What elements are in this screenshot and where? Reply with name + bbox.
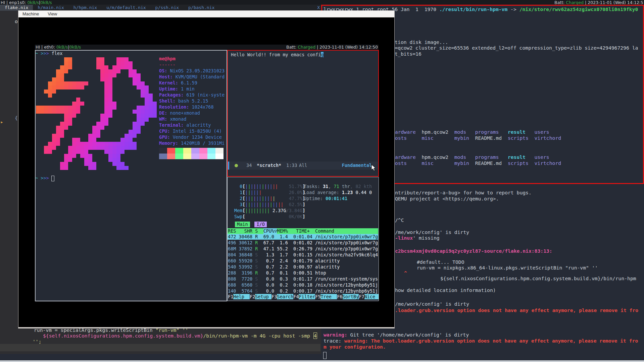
terminal-line: c2bcsm4xmj0vd0capi9q2yc0yzl87-source/fla… bbox=[395, 248, 552, 254]
emacs-modeline: flake.nix 84,96-104 75% bbox=[0, 344, 320, 351]
htop-meter: Mem[||||||||| 2.37G/3.84G] bbox=[234, 208, 305, 214]
modeline-accent-bar bbox=[228, 162, 229, 170]
terminal-line: QEMU project at <https://qemu.org>. bbox=[395, 196, 499, 201]
htop-tasks-line: Load average: 1.23 0.44 0 bbox=[304, 190, 372, 195]
terminal-line: hosts misc mybin README.md scripts virtc… bbox=[392, 135, 561, 141]
terminal-line: hardware hpm.qcow2 mods programs result … bbox=[392, 129, 549, 135]
terminal-line: /^C bbox=[395, 217, 404, 223]
tab-item[interactable]: h/main.nix bbox=[33, 5, 68, 11]
process-row[interactable]: 472 30468 R 69.0 1.4 0:01.04 /nix/store/… bbox=[228, 234, 378, 240]
palette-swatch bbox=[175, 154, 183, 159]
palette-swatch bbox=[207, 148, 215, 154]
vm-htop-window[interactable]: 0[|||||||||||| 51.7%] 1[|||||| 26.0%] 2[… bbox=[227, 177, 379, 301]
terminal-line: how detailed location information) bbox=[395, 287, 496, 293]
terminal-line: run-vm = nixpkgs.x86_64-linux.pkgs.write… bbox=[417, 265, 598, 270]
terminal-line: ~ >>> flex bbox=[35, 51, 62, 56]
tab-item[interactable]: u/m/default.nix bbox=[102, 5, 150, 11]
process-row[interactable]: 68M 37892 R 47.1 55.2 0:26.79 /nix/store… bbox=[228, 246, 378, 252]
fkey-f2[interactable]: F2 bbox=[250, 294, 255, 299]
palette-swatch bbox=[167, 154, 175, 159]
neofetch-line: Resolution: 1024x768 bbox=[159, 104, 214, 110]
fkey-f1[interactable]: F1 bbox=[228, 294, 233, 299]
tab-item[interactable]: h/hpm.nix bbox=[69, 5, 102, 11]
tab-item[interactable]: p/bash.nix bbox=[184, 5, 219, 11]
neofetch-line: Terminal: alacritty bbox=[159, 122, 211, 128]
process-row[interactable]: 540 53992 S 0.7 2.2 0:00.97 alacritty bbox=[228, 264, 340, 270]
nixos-logo bbox=[36, 57, 157, 170]
qemu-window[interactable]: MachineView HI | eth0: 0kB/s|0kB/s Batt:… bbox=[18, 10, 395, 328]
menu-item-view[interactable]: View bbox=[48, 11, 57, 16]
process-row[interactable]: 140 5764 S 0.0 0.2 0:00.17 /nix/store/12… bbox=[228, 288, 378, 294]
process-row[interactable]: 808 7720 S 0.0 0.3 0:01.17 /run/current-… bbox=[228, 276, 378, 282]
fkey-label[interactable]: Nice - bbox=[364, 294, 379, 299]
menu-item-machine[interactable]: Machine bbox=[22, 11, 39, 16]
fkey-label[interactable]: Search bbox=[277, 294, 293, 299]
neofetch-line: me@hpm bbox=[159, 56, 176, 62]
palette-swatch bbox=[183, 154, 191, 159]
tab-item[interactable]: p/ssh.nix bbox=[151, 5, 184, 11]
vm-status-bar: HI | eth0: 0kB/s|0kB/s Batt: Charged | 2… bbox=[35, 45, 379, 50]
neofetch-line: Kernel: 6.1.59 bbox=[159, 80, 197, 86]
buffer-mode: Fundamental bbox=[342, 163, 372, 168]
palette-swatch bbox=[159, 154, 167, 159]
palette-swatch bbox=[175, 148, 183, 154]
fkey-f3[interactable]: F3 bbox=[271, 294, 277, 299]
neofetch-line: Uptime: 1 min bbox=[159, 86, 195, 92]
tab-active[interactable]: flake.nix bbox=[0, 5, 33, 11]
terminal-line: /me/work/config' is dirty bbox=[395, 301, 469, 307]
palette-swatch bbox=[183, 148, 191, 154]
htop-function-key-bar: F1Help F2Setup F3SearchF4FilterF5Tree F6… bbox=[228, 294, 379, 299]
fkey-f5[interactable]: F5 bbox=[315, 294, 320, 299]
neofetch-line: Shell: bash 5.2.15 bbox=[159, 98, 208, 104]
process-row[interactable]: 496 30612 R 67.7 1.6 0:01.02 /nix/store/… bbox=[228, 240, 378, 246]
fkey-label[interactable]: Filter bbox=[299, 294, 315, 299]
terminal-line: hosts misc mybin README.md scripts virtc… bbox=[392, 160, 561, 166]
fkey-f7[interactable]: F7 bbox=[359, 294, 364, 299]
fkey-label[interactable]: Tree bbox=[320, 294, 337, 299]
vm-emacs-modeline: 34 *scratch* 1:33 All Fundamental bbox=[228, 162, 378, 170]
vm-terminal-window[interactable]: ~ >>> flex~ >>>me@hpm------OS: NixOS 23.… bbox=[35, 50, 227, 301]
buffer-glyph: ▸ bbox=[0, 119, 3, 125]
palette-swatch bbox=[215, 154, 224, 159]
qemu-menu-bar: MachineView bbox=[18, 11, 394, 17]
fkey-f4[interactable]: F4 bbox=[293, 294, 299, 299]
terminal-line: -linux' missing bbox=[395, 235, 440, 241]
fkey-f6[interactable]: F6 bbox=[337, 294, 342, 299]
htop-meter: Swp[ 0K/0K] bbox=[234, 214, 305, 220]
process-row[interactable]: 688 6560 S 0.0 0.2 0:00.18 /nix/store/12… bbox=[228, 282, 378, 288]
neofetch-line: Memory: 1420MiB / 3931Mi bbox=[159, 140, 225, 146]
terminal-line: m your configuration. bbox=[324, 344, 386, 350]
htop-meter: 2[||||||||||| 47.7%] bbox=[234, 196, 305, 201]
code-line: ''; bbox=[33, 339, 42, 344]
fkey-label[interactable]: Setup bbox=[255, 294, 271, 299]
qemu-window-frame-bottom bbox=[18, 327, 394, 328]
tab-close-button[interactable]: X bbox=[317, 5, 320, 11]
host-status-right: Batt: Charged | 2023-11-01 (Wed) 14:12:5… bbox=[554, 0, 644, 5]
htop-tasks-line: Tasks: 31, 71 thr, 82 kth bbox=[304, 184, 372, 189]
vm-status-left: HI | eth0: 0kB/s|0kB/s bbox=[36, 45, 81, 50]
palette-swatch bbox=[191, 154, 199, 159]
palette-swatch bbox=[215, 148, 224, 154]
process-row[interactable]: 804 36848 S 1.3 1.7 0:01.15 /nix/store/h… bbox=[228, 252, 378, 258]
host-status-bar: HI | enp1s0: 0kB/s|0kB/s Batt: Charged |… bbox=[0, 0, 644, 5]
htop-selected-row[interactable]: 472 30468 R 69.0 1.4 0:01.04 /nix/store/… bbox=[228, 234, 378, 240]
buffer-glyph: o bbox=[15, 18, 18, 24]
terminal-line: trace: warning: The boot.loader.grub.ver… bbox=[324, 338, 638, 344]
terminal-line: ^ bbox=[404, 270, 407, 276]
fkey-label[interactable]: SortBy bbox=[343, 294, 359, 299]
process-row[interactable]: 288 3196 R 0.7 0.1 0:00.51 htop bbox=[228, 270, 326, 276]
emacs-tab-bar: flake.nixh/main.nixh/hpm.nixu/m/default.… bbox=[0, 5, 321, 11]
htop-tab-io[interactable]: I/O bbox=[254, 222, 266, 227]
palette-swatch bbox=[199, 154, 207, 159]
htop-tab-main[interactable]: Main bbox=[235, 222, 250, 227]
desktop-root-strip bbox=[0, 354, 321, 360]
palette-swatch bbox=[207, 154, 215, 159]
htop-meter: 0[|||||||||||| 51.7%] bbox=[234, 184, 305, 189]
htop-header-row: RES SHR S CPU%▽MEM% TIME+ Command bbox=[228, 228, 378, 234]
fkey-label[interactable]: Help bbox=[233, 294, 250, 299]
terminal-cursor bbox=[323, 352, 327, 359]
htop-meter: 1[|||||| 26.0%] bbox=[234, 190, 305, 195]
process-row[interactable]: 660 55920 S 0.7 2.4 0:01.79 alacritty bbox=[228, 258, 340, 264]
vm-emacs-window[interactable]: 34 *scratch* 1:33 All Fundamental Hello … bbox=[227, 50, 379, 177]
emacs-minibuffer[interactable] bbox=[0, 351, 320, 354]
